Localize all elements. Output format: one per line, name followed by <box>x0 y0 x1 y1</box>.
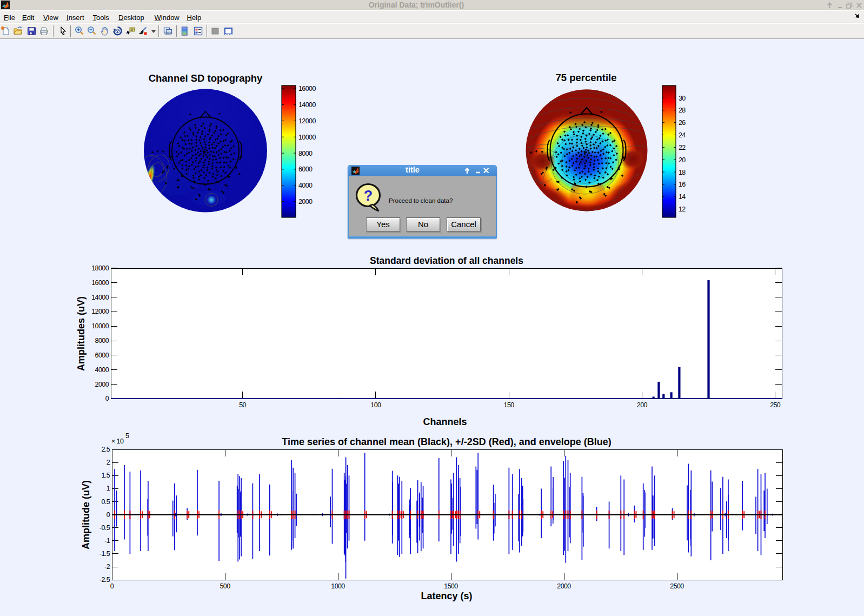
svg-text:?: ? <box>364 188 373 204</box>
svg-text:2.5: 2.5 <box>101 446 110 453</box>
svg-text:× 10: × 10 <box>111 438 124 445</box>
svg-text:250: 250 <box>770 401 781 409</box>
svg-text:24: 24 <box>679 131 686 139</box>
svg-text:12000: 12000 <box>91 308 109 315</box>
svg-text:Time series of channel mean (B: Time series of channel mean (Black), +/-… <box>282 436 611 447</box>
svg-text:22: 22 <box>679 144 686 151</box>
svg-text:1: 1 <box>107 485 110 492</box>
svg-text:Channel SD topography: Channel SD topography <box>149 72 263 84</box>
svg-text:12: 12 <box>679 206 686 213</box>
svg-text:Amplitudes (uV): Amplitudes (uV) <box>76 296 87 371</box>
svg-text:200: 200 <box>637 401 648 409</box>
svg-text:2: 2 <box>107 459 110 466</box>
svg-text:2000: 2000 <box>557 582 571 590</box>
svg-text:-2.5: -2.5 <box>99 576 110 584</box>
svg-text:16000: 16000 <box>298 85 316 92</box>
svg-text:500: 500 <box>220 582 230 590</box>
svg-text:Amplitude (uV): Amplitude (uV) <box>81 480 91 549</box>
svg-text:1500: 1500 <box>444 582 458 590</box>
svg-text:30: 30 <box>679 95 686 102</box>
svg-text:2500: 2500 <box>670 582 684 590</box>
svg-text:16000: 16000 <box>91 279 109 287</box>
svg-text:28: 28 <box>679 107 686 114</box>
svg-text:1000: 1000 <box>331 582 345 590</box>
svg-text:-0.5: -0.5 <box>99 524 110 532</box>
svg-text:20: 20 <box>679 156 686 164</box>
svg-text:10000: 10000 <box>91 322 109 330</box>
svg-text:14000: 14000 <box>298 101 316 109</box>
svg-text:Latency (s): Latency (s) <box>421 591 472 601</box>
svg-text:5: 5 <box>125 432 129 440</box>
svg-text:16: 16 <box>679 181 686 188</box>
svg-text:26: 26 <box>679 119 686 127</box>
svg-text:0: 0 <box>110 582 114 590</box>
svg-text:12000: 12000 <box>298 117 316 125</box>
svg-text:6000: 6000 <box>95 352 109 359</box>
svg-text:4000: 4000 <box>95 366 109 374</box>
svg-text:1.5: 1.5 <box>101 472 110 479</box>
svg-text:-1: -1 <box>104 537 110 545</box>
svg-text:-2: -2 <box>104 563 110 571</box>
svg-text:Standard deviation of all chan: Standard deviation of all channels <box>370 255 523 266</box>
svg-text:-1.5: -1.5 <box>99 550 110 558</box>
svg-text:0: 0 <box>105 395 109 402</box>
svg-text:Channels: Channels <box>423 416 467 427</box>
svg-text:100: 100 <box>370 401 381 409</box>
svg-text:50: 50 <box>239 401 246 409</box>
svg-text:14000: 14000 <box>91 294 109 301</box>
svg-text:0: 0 <box>107 511 110 519</box>
svg-text:10000: 10000 <box>298 134 316 141</box>
svg-text:0.5: 0.5 <box>101 498 110 506</box>
svg-text:6000: 6000 <box>298 165 313 173</box>
svg-text:8000: 8000 <box>95 337 109 345</box>
svg-text:75 percentile: 75 percentile <box>555 72 616 83</box>
svg-text:4000: 4000 <box>298 182 313 189</box>
svg-text:150: 150 <box>504 401 515 409</box>
svg-text:8000: 8000 <box>298 150 313 157</box>
svg-text:14: 14 <box>679 193 686 201</box>
svg-text:2000: 2000 <box>95 381 109 388</box>
svg-text:2000: 2000 <box>298 198 313 206</box>
svg-text:18000: 18000 <box>91 264 109 272</box>
svg-text:18: 18 <box>679 169 686 176</box>
